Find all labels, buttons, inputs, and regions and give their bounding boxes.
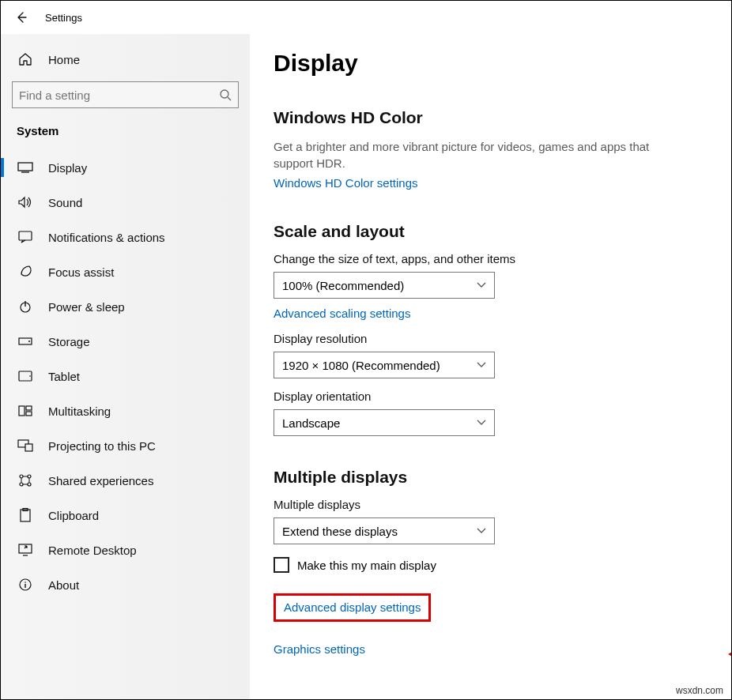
- back-arrow-icon: [15, 11, 28, 24]
- sidebar-item-sound[interactable]: Sound: [1, 185, 250, 220]
- svg-point-10: [29, 375, 31, 377]
- focus-assist-icon: [17, 265, 34, 279]
- watermark: wsxdn.com: [676, 685, 723, 696]
- sidebar-item-label: Multitasking: [48, 405, 111, 418]
- sound-icon: [17, 196, 34, 209]
- sidebar-item-clipboard[interactable]: Clipboard: [1, 498, 250, 533]
- hd-color-settings-link[interactable]: Windows HD Color settings: [274, 176, 418, 190]
- search-field[interactable]: [19, 88, 219, 102]
- svg-rect-20: [21, 510, 30, 521]
- power-icon: [17, 300, 34, 313]
- svg-point-18: [20, 483, 23, 486]
- advanced-display-settings-link[interactable]: Advanced display settings: [284, 600, 421, 614]
- sidebar-item-remote-desktop[interactable]: Remote Desktop: [1, 533, 250, 567]
- search-icon: [219, 88, 232, 101]
- sidebar: Home System Display Sound Notifications …: [1, 34, 250, 699]
- resolution-value: 1920 × 1080 (Recommended): [282, 359, 440, 372]
- svg-point-25: [25, 581, 26, 583]
- clipboard-icon: [17, 508, 34, 522]
- page-title: Display: [274, 50, 707, 77]
- sidebar-item-label: Focus assist: [48, 265, 114, 279]
- advanced-scaling-link[interactable]: Advanced scaling settings: [274, 307, 410, 320]
- search-input[interactable]: [12, 81, 239, 108]
- svg-rect-13: [26, 412, 32, 416]
- sidebar-item-label: About: [48, 578, 79, 592]
- remote-desktop-icon: [17, 544, 34, 556]
- sidebar-item-projecting[interactable]: Projecting to this PC: [1, 428, 250, 463]
- storage-icon: [17, 337, 34, 345]
- titlebar: Settings: [1, 1, 731, 34]
- notifications-icon: [17, 231, 34, 243]
- annotation-arrow-icon: [728, 646, 731, 662]
- svg-point-19: [28, 483, 31, 486]
- sidebar-item-label: Shared experiences: [48, 474, 153, 487]
- chevron-down-icon: [477, 362, 486, 368]
- orientation-value: Landscape: [282, 416, 340, 430]
- home-icon: [17, 52, 34, 66]
- orientation-combo[interactable]: Landscape: [274, 409, 495, 436]
- display-icon: [17, 162, 34, 173]
- about-icon: [17, 578, 34, 591]
- sidebar-item-label: Clipboard: [48, 509, 99, 522]
- app-title: Settings: [45, 12, 82, 24]
- multitasking-icon: [17, 405, 34, 416]
- svg-point-0: [221, 90, 228, 98]
- resolution-combo[interactable]: 1920 × 1080 (Recommended): [274, 352, 495, 378]
- sidebar-home-label: Home: [48, 53, 80, 66]
- chevron-down-icon: [477, 282, 486, 288]
- sidebar-item-multitasking[interactable]: Multitasking: [1, 393, 250, 428]
- back-button[interactable]: [10, 6, 32, 28]
- sidebar-item-label: Storage: [48, 335, 90, 348]
- multiple-displays-value: Extend these displays: [282, 525, 398, 538]
- orientation-label: Display orientation: [274, 390, 707, 403]
- svg-rect-2: [18, 163, 32, 171]
- svg-line-1: [228, 97, 231, 100]
- graphics-settings-link[interactable]: Graphics settings: [274, 642, 365, 656]
- main-display-checkbox[interactable]: Make this my main display: [274, 557, 707, 573]
- text-size-combo[interactable]: 100% (Recommended): [274, 272, 495, 299]
- shared-icon: [17, 473, 34, 487]
- multiple-displays-heading: Multiple displays: [274, 468, 707, 487]
- sidebar-item-label: Power & sleep: [48, 300, 125, 314]
- resolution-label: Display resolution: [274, 332, 707, 345]
- svg-point-17: [28, 475, 31, 478]
- sidebar-group-system: System: [1, 121, 250, 150]
- svg-point-16: [20, 475, 23, 478]
- svg-rect-12: [26, 406, 32, 410]
- text-size-label: Change the size of text, apps, and other…: [274, 252, 707, 265]
- sidebar-item-label: Projecting to this PC: [48, 439, 156, 453]
- checkbox-box-icon: [274, 557, 289, 573]
- projecting-icon: [17, 439, 34, 452]
- svg-rect-4: [19, 231, 32, 240]
- scale-layout-heading: Scale and layout: [274, 222, 707, 241]
- sidebar-item-label: Sound: [48, 196, 82, 209]
- sidebar-home[interactable]: Home: [1, 42, 250, 77]
- sidebar-item-about[interactable]: About: [1, 567, 250, 602]
- sidebar-item-label: Notifications & actions: [48, 231, 165, 244]
- content-panel: Display Windows HD Color Get a brighter …: [250, 34, 731, 699]
- svg-rect-15: [25, 444, 32, 451]
- hd-color-desc: Get a brighter and more vibrant picture …: [274, 138, 653, 171]
- sidebar-item-shared-experiences[interactable]: Shared experiences: [1, 463, 250, 498]
- sidebar-item-storage[interactable]: Storage: [1, 324, 250, 359]
- text-size-value: 100% (Recommended): [282, 279, 404, 292]
- sidebar-item-display[interactable]: Display: [1, 150, 250, 185]
- sidebar-item-power-sleep[interactable]: Power & sleep: [1, 289, 250, 324]
- hd-color-heading: Windows HD Color: [274, 108, 707, 127]
- sidebar-item-label: Remote Desktop: [48, 544, 137, 557]
- annotation-highlight: Advanced display settings: [274, 593, 431, 622]
- chevron-down-icon: [477, 420, 486, 426]
- sidebar-item-focus-assist[interactable]: Focus assist: [1, 254, 250, 289]
- sidebar-item-label: Tablet: [48, 370, 80, 383]
- multiple-displays-label: Multiple displays: [274, 498, 707, 511]
- svg-rect-11: [19, 406, 25, 416]
- sidebar-item-notifications[interactable]: Notifications & actions: [1, 220, 250, 254]
- sidebar-item-tablet[interactable]: Tablet: [1, 359, 250, 393]
- chevron-down-icon: [477, 528, 486, 534]
- tablet-icon: [17, 371, 34, 382]
- sidebar-item-label: Display: [48, 161, 87, 175]
- svg-point-8: [28, 341, 30, 342]
- multiple-displays-combo[interactable]: Extend these displays: [274, 517, 495, 544]
- main-display-checkbox-label: Make this my main display: [297, 559, 436, 572]
